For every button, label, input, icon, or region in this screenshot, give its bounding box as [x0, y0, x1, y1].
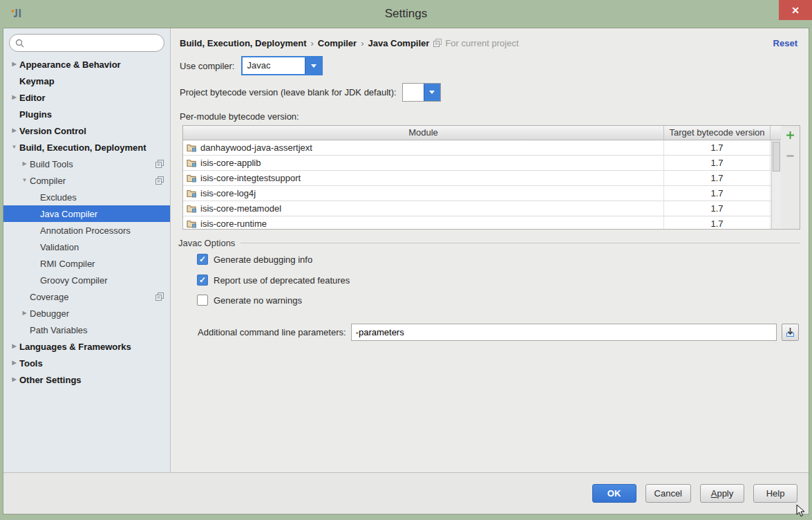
module-table: Module Target bytecode version danhaywoo… [182, 125, 782, 230]
sidebar-item-keymap[interactable]: Keymap [3, 73, 170, 89]
chevron-right-icon[interactable]: ▶ [9, 355, 19, 371]
sidebar-item-appearance-behavior[interactable]: ▶Appearance & Behavior [3, 56, 170, 73]
params-input[interactable] [351, 324, 777, 341]
search-input[interactable] [28, 36, 157, 50]
sidebar-item-build-tools[interactable]: ▶Build Tools [3, 156, 170, 172]
bytecode-dropdown-button[interactable] [424, 84, 440, 101]
breadcrumb-item-build-execution-deployment[interactable]: Build, Execution, Deployment [180, 38, 306, 48]
chevron-right-icon[interactable]: ▶ [19, 156, 30, 172]
module-cell[interactable]: danhaywood-java-assertjext [183, 140, 664, 155]
sidebar-item-annotation-processors[interactable]: Annotation Processors [3, 222, 170, 239]
module-table-body: danhaywood-java-assertjext1.7isis-core-a… [183, 140, 781, 230]
module-name: isis-core-applib [200, 158, 261, 168]
checkbox-generate-debugging-info[interactable]: ✓Generate debugging info [197, 254, 312, 265]
sidebar-item-tools[interactable]: ▶Tools [3, 355, 170, 371]
checkbox-generate-no-warnings[interactable]: Generate no warnings [197, 295, 302, 306]
add-row-button[interactable] [786, 131, 795, 140]
sidebar-item-compiler[interactable]: ▼Compiler [3, 172, 170, 189]
module-cell[interactable]: isis-core-metamodel [183, 201, 664, 216]
checkbox-checked-icon[interactable]: ✓ [197, 275, 208, 286]
module-name: isis-core-log4j [200, 188, 256, 198]
sidebar-item-plugins[interactable]: Plugins [3, 106, 170, 122]
sidebar-item-languages-frameworks[interactable]: ▶Languages & Frameworks [3, 338, 170, 355]
sidebar-item-rmi-compiler[interactable]: RMI Compiler [3, 255, 170, 272]
table-row-danhaywood-java-assertjext[interactable]: danhaywood-java-assertjext1.7 [183, 140, 781, 156]
sidebar-item-label: Debugger [30, 308, 69, 319]
chevron-right-icon[interactable]: ▶ [9, 122, 19, 139]
chevron-right-icon[interactable]: ▶ [9, 56, 19, 73]
target-bytecode-cell[interactable]: 1.7 [664, 140, 771, 155]
settings-dialog: ▶Appearance & BehaviorKeymap▶EditorPlugi… [3, 28, 809, 514]
reset-link[interactable]: Reset [773, 38, 797, 48]
chevron-down-icon[interactable]: ▼ [19, 172, 30, 189]
bytecode-version-row: Project bytecode version (leave blank fo… [180, 83, 441, 102]
chevron-right-icon[interactable]: ▶ [9, 371, 19, 388]
sidebar-item-validation[interactable]: Validation [3, 239, 170, 255]
remove-row-button[interactable] [786, 151, 795, 160]
sidebar-item-path-variables[interactable]: Path Variables [3, 322, 170, 338]
sidebar-item-version-control[interactable]: ▶Version Control [3, 122, 170, 139]
target-bytecode-cell[interactable]: 1.7 [664, 156, 771, 170]
chevron-right-icon[interactable]: ▶ [9, 89, 19, 106]
sidebar-item-editor[interactable]: ▶Editor [3, 89, 170, 106]
use-compiler-dropdown-button[interactable] [305, 57, 321, 74]
bytecode-version-select[interactable] [402, 83, 441, 102]
table-row-isis-core-integtestsupport[interactable]: isis-core-integtestsupport1.7 [183, 171, 781, 186]
target-bytecode-cell[interactable]: 1.7 [664, 186, 771, 201]
close-icon: ✕ [791, 6, 800, 15]
table-row-isis-core-applib[interactable]: isis-core-applib1.7 [183, 156, 781, 171]
sidebar-item-java-compiler[interactable]: Java Compiler [3, 205, 170, 222]
sidebar-item-label: Compiler [30, 176, 66, 186]
use-compiler-row: Use compiler: Javac [180, 56, 323, 75]
module-icon [187, 219, 197, 228]
module-cell[interactable]: isis-core-log4j [183, 186, 664, 201]
cancel-button[interactable]: Cancel [645, 484, 691, 503]
module-cell[interactable]: isis-core-applib [183, 156, 664, 170]
ok-button[interactable]: OK [592, 484, 636, 503]
checkbox-unchecked-icon[interactable] [197, 295, 208, 306]
column-header-target-bytecode[interactable]: Target bytecode version [664, 126, 771, 140]
module-name: isis-core-integtestsupport [200, 173, 301, 183]
column-header-module[interactable]: Module [183, 126, 664, 140]
checkbox-checked-icon[interactable]: ✓ [197, 254, 208, 265]
apply-button[interactable]: Apply [700, 484, 744, 503]
chevron-right-icon[interactable]: ▶ [9, 338, 19, 355]
module-cell[interactable]: isis-core-integtestsupport [183, 171, 664, 185]
sidebar-item-groovy-compiler[interactable]: Groovy Compiler [3, 272, 170, 288]
window-title: Settings [0, 0, 812, 28]
module-cell[interactable]: isis-core-runtime [183, 216, 664, 230]
minus-icon [786, 151, 795, 160]
scrollbar-thumb[interactable] [773, 142, 780, 171]
breadcrumb-item-compiler[interactable]: Compiler [318, 38, 357, 48]
target-bytecode-cell[interactable]: 1.7 [664, 201, 771, 216]
close-button[interactable]: ✕ [779, 0, 812, 20]
sidebar-item-label: Groovy Compiler [40, 275, 108, 286]
table-scrollbar[interactable] [771, 140, 781, 229]
chevron-down-icon[interactable]: ▼ [9, 139, 19, 156]
use-compiler-value: Javac [243, 57, 305, 74]
help-button[interactable]: Help [753, 484, 797, 503]
search-icon [15, 39, 24, 48]
expand-field-icon [785, 327, 795, 337]
checkbox-report-use-of-deprecated-features[interactable]: ✓Report use of deprecated features [197, 275, 350, 286]
sidebar-item-build-execution-deployment[interactable]: ▼Build, Execution, Deployment [3, 139, 170, 156]
target-bytecode-cell[interactable]: 1.7 [664, 216, 771, 230]
sidebar-item-coverage[interactable]: Coverage [3, 288, 170, 305]
use-compiler-select[interactable]: Javac [241, 56, 323, 75]
sidebar-item-other-settings[interactable]: ▶Other Settings [3, 371, 170, 388]
javac-options-title: Javac Options [178, 238, 235, 248]
target-bytecode-cell[interactable]: 1.7 [664, 171, 771, 185]
table-row-isis-core-metamodel[interactable]: isis-core-metamodel1.7 [183, 201, 781, 216]
sidebar-item-excludes[interactable]: Excludes [3, 189, 170, 205]
table-row-isis-core-runtime[interactable]: isis-core-runtime1.7 [183, 216, 781, 230]
expand-field-button[interactable] [782, 324, 799, 341]
breadcrumb-item-java-compiler[interactable]: Java Compiler [368, 38, 430, 48]
search-box[interactable] [9, 34, 164, 52]
chevron-right-icon[interactable]: ▶ [19, 305, 30, 322]
module-icon [187, 158, 197, 167]
plus-icon [786, 131, 795, 140]
check-mark: ✓ [199, 276, 206, 284]
sidebar-item-label: Other Settings [19, 375, 82, 385]
table-row-isis-core-log4j[interactable]: isis-core-log4j1.7 [183, 186, 781, 201]
sidebar-item-debugger[interactable]: ▶Debugger [3, 305, 170, 322]
